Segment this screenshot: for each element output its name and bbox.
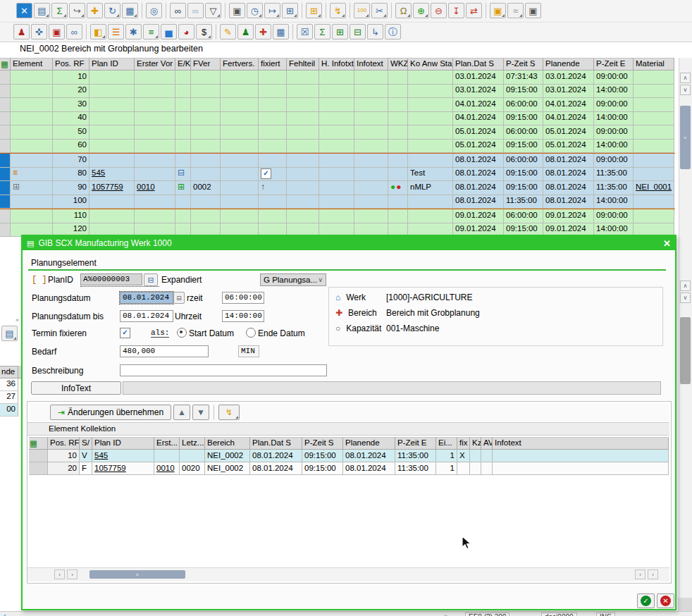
cell-sta[interactable]: Test [408,168,453,182]
cell-fert[interactable] [221,195,259,209]
actions-icon[interactable]: ↯ [330,3,346,18]
cell-fert[interactable] [221,140,259,154]
cell-ek[interactable] [175,140,191,154]
cell-letz[interactable] [180,450,205,462]
cut-icon[interactable]: ✂ [371,3,388,18]
cell-pe[interactable]: 03.01.2024 [543,85,594,99]
expand-all-icon[interactable]: ⊞ [332,24,348,39]
cell-inf[interactable] [354,140,388,154]
cell-fver[interactable] [191,140,221,154]
column-header-pos[interactable]: Pos. RF [48,437,80,450]
cell-ek[interactable] [175,209,191,223]
flow-icon[interactable]: ≈ [507,3,524,18]
cell-pos[interactable]: 20 [53,85,89,99]
cell-wkz[interactable] [388,98,408,112]
sum-icon[interactable]: Σ [51,3,68,18]
cell-mat[interactable]: NEI_0001 [634,181,674,195]
cell-sta[interactable] [408,85,453,99]
cell-sa[interactable]: V [80,450,92,462]
column-header-erst[interactable]: Erster Vor [135,58,175,70]
column-header-letz[interactable]: Letz... [180,437,205,450]
column-header-pe[interactable]: Planende [543,58,594,70]
cell-elem[interactable]: ≡ [11,168,53,182]
cell-pe[interactable]: 09.01.2024 [543,209,594,223]
column-header-ek[interactable]: E/K [175,58,191,70]
dropdown-caret-icon[interactable] [366,14,369,17]
cell-av[interactable] [481,450,493,462]
person-document-icon[interactable]: ♟ [237,24,254,39]
cell-fehl[interactable] [287,168,319,182]
cell-pos[interactable]: 30 [53,98,89,112]
column-header-sa[interactable]: S/ [80,437,92,450]
hscroll-right-2-icon[interactable]: › [648,569,658,579]
cell-pze[interactable]: 11:35:00 [395,462,436,475]
cell-erst[interactable] [135,140,175,154]
cell-pos[interactable]: 10 [53,70,89,85]
cell-pds[interactable]: 05.01.2024 [453,140,504,154]
cell-sta[interactable] [408,112,453,126]
cell-hinf[interactable] [319,209,354,223]
align-icon[interactable]: ≡ [143,24,159,39]
cell-pds[interactable]: 03.01.2024 [453,70,504,85]
cell-wkz[interactable] [388,195,408,209]
cell-inf[interactable] [354,125,388,140]
column-header-pze[interactable]: P-Zeit E [594,58,634,70]
cell-pe[interactable]: 05.01.2024 [543,140,594,154]
cell-erst[interactable] [135,195,175,209]
cell-erst[interactable] [135,112,175,126]
cell-mat[interactable] [634,140,674,154]
cell-pos[interactable]: 60 [53,140,89,154]
cell-elem[interactable] [11,85,53,99]
cell-inf[interactable] [354,181,388,195]
cell-ek[interactable] [175,98,191,112]
cell-pe[interactable]: 08.01.2024 [343,450,395,462]
cell-ek[interactable] [175,125,191,140]
infotext-button[interactable]: InfoText [31,381,121,395]
cell-pze[interactable]: 11:35:00 [594,181,634,195]
cell-pos[interactable]: 70 [53,154,89,168]
dropdown-caret-icon[interactable] [276,14,279,17]
link-545[interactable]: 545 [92,168,105,177]
cell-fix[interactable] [259,195,287,209]
dropdown-caret-icon[interactable] [519,14,522,17]
cell-mat[interactable] [634,85,674,99]
print-2-icon[interactable]: ▣ [525,3,541,18]
column-header-fehl[interactable]: Fehlteil [287,58,319,70]
cell-hinf[interactable] [319,181,354,195]
cell-pds[interactable]: 04.01.2024 [453,98,504,112]
cell-erst[interactable] [135,154,175,168]
cell-pe[interactable]: 03.01.2024 [543,70,594,85]
insert-row-icon[interactable]: ⊕ [413,3,429,18]
cell-fix[interactable] [259,140,287,154]
row-select-cell[interactable] [0,98,11,112]
row-select-cell[interactable] [0,209,11,223]
cell-ber[interactable]: NEI_0002 [205,450,250,462]
cell-fix[interactable] [457,462,470,475]
cell-elem[interactable] [11,125,53,140]
cell-wkz[interactable] [388,125,408,140]
cell-sta[interactable] [408,154,453,168]
find-document-icon[interactable]: ◎ [146,3,162,18]
pie-chart-icon[interactable]: ◕ [178,24,194,39]
binoculars-next-icon[interactable]: ∞ [187,3,204,18]
cell-wkz[interactable] [388,112,408,126]
row-select-cell[interactable] [0,223,11,238]
column-header-fert[interactable]: Fertvers. [221,58,259,70]
cell-wkz[interactable] [388,85,408,99]
cell-mat[interactable] [634,195,674,209]
cell-pds[interactable]: 08.01.2024 [250,462,302,475]
cell-erst[interactable]: 0010 [154,462,180,475]
cell-fix[interactable] [259,85,287,99]
cell-pze[interactable]: 14:00:00 [594,195,634,209]
beschreibung-field[interactable] [120,364,327,376]
link-NEI_0001[interactable]: NEI_0001 [636,183,672,191]
cell-fert[interactable] [221,125,259,140]
cell-hinf[interactable] [319,70,354,85]
export-icon[interactable]: ↦ [264,3,280,18]
cell-pzs[interactable]: 09:15:00 [504,168,543,182]
cell-plan[interactable] [89,112,135,126]
cell-fix[interactable] [259,154,287,168]
row-select-cell[interactable] [0,85,11,99]
row-select-cell[interactable] [0,181,11,195]
cell-pzs[interactable]: 09:15:00 [302,462,343,475]
